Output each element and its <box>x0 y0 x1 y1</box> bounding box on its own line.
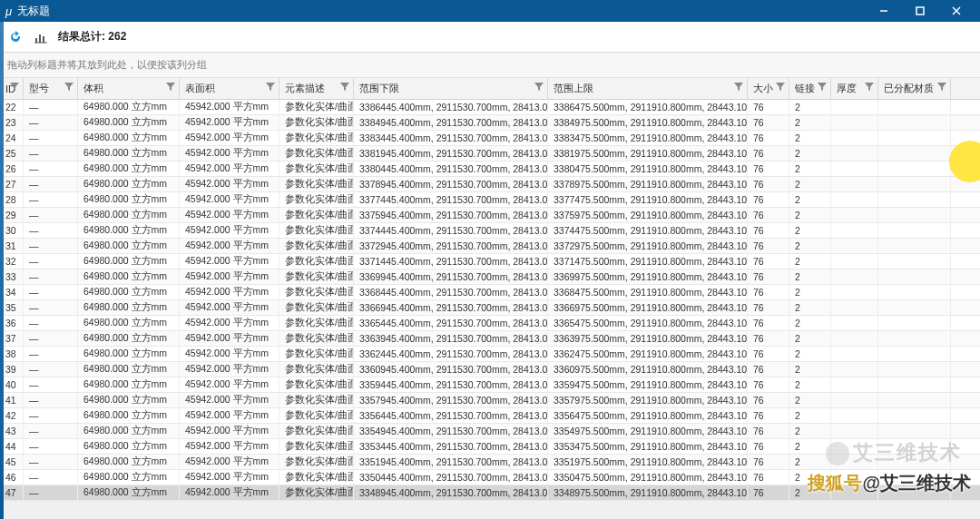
watermark-sohu: 搜狐号@艾三维技术 <box>808 471 971 495</box>
col-id[interactable]: ID <box>0 78 24 99</box>
filter-icon[interactable] <box>266 83 275 92</box>
cell-material <box>878 285 951 299</box>
cell-link: 2 <box>789 300 831 315</box>
table-row[interactable]: 32—64980.000 立方mm45942.000 平方mm参数化实体/曲面3… <box>0 254 980 269</box>
filter-icon[interactable] <box>937 83 946 92</box>
cell-link: 2 <box>789 239 831 253</box>
cell-thickness <box>831 239 878 253</box>
chart-button[interactable] <box>33 29 49 45</box>
cell-material <box>878 115 951 130</box>
table-row[interactable]: 38—64980.000 立方mm45942.000 平方mm参数化实体/曲面3… <box>0 347 980 362</box>
app-icon: μ <box>5 5 12 18</box>
table-row[interactable]: 23—64980.000 立方mm45942.000 平方mm参数化实体/曲面3… <box>0 115 980 131</box>
cell-model: — <box>24 254 78 269</box>
cell-volume: 64980.000 立方mm <box>78 362 180 377</box>
col-area[interactable]: 表面积 <box>180 78 279 99</box>
cell-size: 76 <box>748 439 789 454</box>
table-row[interactable]: 40—64980.000 立方mm45942.000 平方mm参数化实体/曲面3… <box>0 377 980 393</box>
table-row[interactable]: 35—64980.000 立方mm45942.000 平方mm参数化实体/曲面3… <box>0 300 980 316</box>
filter-icon[interactable] <box>734 83 743 92</box>
col-volume[interactable]: 体积 <box>78 78 180 99</box>
cell-volume: 64980.000 立方mm <box>78 115 180 130</box>
cell-lower: 3377445.400mm, 2911530.700mm, 28413.000m… <box>354 192 548 207</box>
cell-material <box>878 162 951 176</box>
table-row[interactable]: 22—64980.000 立方mm45942.000 平方mm参数化实体/曲面3… <box>0 100 980 115</box>
filter-icon[interactable] <box>776 83 785 92</box>
cell-model: — <box>24 208 78 222</box>
table-row[interactable]: 25—64980.000 立方mm45942.000 平方mm参数化实体/曲面3… <box>0 146 980 162</box>
table-row[interactable]: 42—64980.000 立方mm45942.000 平方mm参数化实体/曲面3… <box>0 408 980 424</box>
cell-thickness <box>831 424 878 438</box>
table-row[interactable]: 34—64980.000 立方mm45942.000 平方mm参数化实体/曲面3… <box>0 285 980 300</box>
cell-volume: 64980.000 立方mm <box>78 408 180 423</box>
titlebar[interactable]: μ 无标题 <box>0 0 980 22</box>
cell-thickness <box>831 223 878 238</box>
table-row[interactable]: 30—64980.000 立方mm45942.000 平方mm参数化实体/曲面3… <box>0 223 980 239</box>
cell-lower: 3368445.400mm, 2911530.700mm, 28413.000m… <box>354 285 548 299</box>
filter-icon[interactable] <box>166 83 175 92</box>
cell-size: 76 <box>748 239 789 253</box>
cell-link: 2 <box>789 146 831 161</box>
filter-icon[interactable] <box>64 83 74 92</box>
filter-icon[interactable] <box>534 83 544 92</box>
table-row[interactable]: 27—64980.000 立方mm45942.000 平方mm参数化实体/曲面3… <box>0 177 980 192</box>
cell-volume: 64980.000 立方mm <box>78 223 180 238</box>
cell-element: 参数化实体/曲面 <box>279 223 354 238</box>
col-lower[interactable]: 范围下限 <box>354 78 548 99</box>
cell-size: 76 <box>748 223 789 238</box>
cell-material <box>878 208 951 222</box>
refresh-button[interactable] <box>7 29 24 45</box>
cell-lower: 3369945.400mm, 2911530.700mm, 28413.000m… <box>354 269 548 284</box>
filter-icon[interactable] <box>10 83 19 92</box>
table-row[interactable]: 41—64980.000 立方mm45942.000 平方mm参数化实体/曲面3… <box>0 393 980 408</box>
table-row[interactable]: 37—64980.000 立方mm45942.000 平方mm参数化实体/曲面3… <box>0 331 980 347</box>
close-button[interactable] <box>938 0 975 22</box>
table-row[interactable]: 29—64980.000 立方mm45942.000 平方mm参数化实体/曲面3… <box>0 208 980 223</box>
cell-thickness <box>831 362 878 377</box>
table-row[interactable]: 26—64980.000 立方mm45942.000 平方mm参数化实体/曲面3… <box>0 162 980 177</box>
cell-volume: 64980.000 立方mm <box>78 455 180 469</box>
cell-thickness <box>831 115 878 130</box>
table-row[interactable]: 39—64980.000 立方mm45942.000 平方mm参数化实体/曲面3… <box>0 362 980 377</box>
cell-thickness <box>831 177 878 191</box>
col-material[interactable]: 已分配材质 <box>878 78 951 99</box>
table-row[interactable]: 24—64980.000 立方mm45942.000 平方mm参数化实体/曲面3… <box>0 131 980 146</box>
cell-element: 参数化实体/曲面 <box>279 192 354 207</box>
group-by-hint[interactable]: 拖动列标题并将其放到此处，以便按该列分组 <box>0 53 980 78</box>
filter-icon[interactable] <box>340 83 349 92</box>
maximize-button[interactable] <box>902 0 938 22</box>
cell-link: 2 <box>789 131 831 145</box>
col-upper[interactable]: 范围上限 <box>548 78 748 99</box>
col-link[interactable]: 链接 <box>789 78 831 99</box>
cell-area: 45942.000 平方mm <box>180 254 279 269</box>
cell-model: — <box>24 347 78 361</box>
cell-thickness <box>831 269 878 284</box>
col-element[interactable]: 元素描述 <box>279 78 354 99</box>
col-thickness[interactable]: 厚度 <box>831 78 878 99</box>
table-row[interactable]: 36—64980.000 立方mm45942.000 平方mm参数化实体/曲面3… <box>0 316 980 331</box>
minimize-button[interactable] <box>866 0 902 22</box>
cell-link: 2 <box>789 393 831 407</box>
cell-upper: 3354975.500mm, 2911910.800mm, 28443.100m… <box>548 424 748 438</box>
cell-element: 参数化实体/曲面 <box>279 239 354 253</box>
cell-thickness <box>831 300 878 315</box>
cell-link: 2 <box>789 177 831 191</box>
filter-icon[interactable] <box>865 83 874 92</box>
wechat-icon <box>826 442 849 465</box>
cell-volume: 64980.000 立方mm <box>78 424 180 438</box>
cell-lower: 3348945.400mm, 2911530.700mm, 28413.000m… <box>354 485 548 500</box>
cell-lower: 3380445.400mm, 2911530.700mm, 28413.000m… <box>354 162 548 176</box>
cell-lower: 3371445.400mm, 2911530.700mm, 28413.000m… <box>354 254 548 269</box>
cell-volume: 64980.000 立方mm <box>78 393 180 407</box>
filter-icon[interactable] <box>818 83 827 92</box>
col-size[interactable]: 大小 <box>748 78 789 99</box>
table-row[interactable]: 28—64980.000 立方mm45942.000 平方mm参数化实体/曲面3… <box>0 192 980 208</box>
table-row[interactable]: 31—64980.000 立方mm45942.000 平方mm参数化实体/曲面3… <box>0 239 980 254</box>
table-row[interactable]: 33—64980.000 立方mm45942.000 平方mm参数化实体/曲面3… <box>0 269 980 285</box>
cell-element: 参数化实体/曲面 <box>279 331 354 346</box>
cell-link: 2 <box>789 269 831 284</box>
cell-upper: 3384975.500mm, 2911910.800mm, 28443.100m… <box>548 115 748 130</box>
cell-model: — <box>24 470 78 485</box>
table-row[interactable]: 43—64980.000 立方mm45942.000 平方mm参数化实体/曲面3… <box>0 424 980 439</box>
col-model[interactable]: 型号 <box>24 78 78 99</box>
